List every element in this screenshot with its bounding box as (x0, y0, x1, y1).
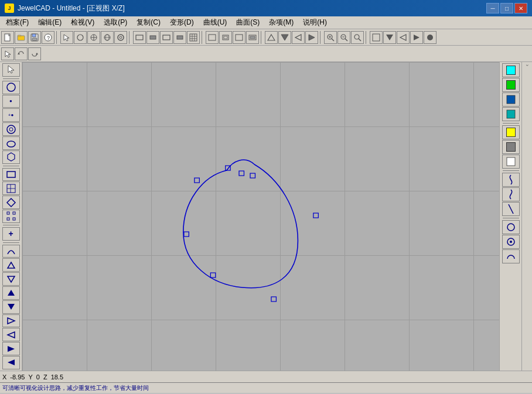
lt-solid-tri-2[interactable] (2, 300, 20, 314)
view-tool-5[interactable] (424, 31, 436, 44)
lt-hex[interactable] (2, 150, 20, 164)
lt-oval[interactable] (2, 136, 20, 150)
zoom-out[interactable] (337, 31, 350, 44)
svg-rect-2 (18, 35, 21, 36)
box-tool-1[interactable] (206, 31, 219, 44)
view-tool-3[interactable] (397, 31, 410, 44)
lt-plus[interactable]: + (2, 227, 20, 241)
menu-bar: 档案(F) 编辑(E) 检视(V) 选取(P) 复制(C) 变形(D) 曲线(U… (0, 16, 532, 29)
box-tool-4[interactable] (246, 31, 259, 44)
canvas-svg[interactable] (22, 62, 499, 371)
rt-color-green[interactable] (502, 78, 520, 92)
rt-curve-2[interactable] (502, 187, 520, 201)
svg-point-57 (9, 128, 13, 131)
lt-select[interactable] (2, 63, 20, 77)
rt-color-gray[interactable] (502, 140, 520, 154)
lt-rect-1[interactable] (2, 168, 20, 181)
lt-slant-2[interactable] (2, 328, 20, 341)
globe-tool[interactable] (101, 31, 114, 44)
select-arrow[interactable] (1, 47, 14, 60)
lt-point-1[interactable]: ● (2, 95, 20, 108)
rect-tool-2[interactable] (146, 31, 159, 44)
crosshair-tool[interactable] (87, 31, 100, 44)
status-bar: X -8.95 Y 0 Z 18.5 (0, 371, 532, 382)
rt-circle-2[interactable] (502, 235, 520, 249)
box-tool-3[interactable] (233, 31, 245, 44)
canvas-area[interactable] (22, 62, 499, 371)
maximize-button[interactable]: □ (500, 3, 513, 13)
rt-curve-1[interactable] (502, 173, 520, 187)
menu-transform[interactable]: 变形(D) (165, 16, 199, 29)
menu-view[interactable]: 检视(V) (66, 16, 99, 29)
lt-curve-1[interactable] (2, 81, 20, 94)
save-button[interactable] (28, 31, 41, 44)
bottom-text: 可清晰可视化设计思路，减少重复性工作，节省大量时间 (2, 384, 149, 392)
lt-solid-slant-1[interactable] (2, 342, 20, 355)
view-tool-4[interactable] (410, 31, 423, 44)
lt-ring[interactable] (2, 122, 20, 136)
svg-rect-4 (32, 34, 36, 37)
rect-tool-3[interactable] (160, 31, 173, 44)
rt-color-teal[interactable] (502, 107, 520, 121)
view-tool-1[interactable] (370, 31, 383, 44)
rect-tool-1[interactable] (133, 31, 146, 44)
side-arrow[interactable]: › (524, 64, 530, 66)
cp-7[interactable] (313, 213, 318, 218)
rt-line[interactable] (502, 202, 520, 216)
svg-marker-34 (281, 35, 288, 40)
view-tool-2[interactable] (383, 31, 396, 44)
lt-slant-1[interactable] (2, 314, 20, 328)
lt-solid-slant-2[interactable] (2, 356, 20, 369)
title-text: JewelCAD - Untitled - [正视图 X/Z] (18, 4, 125, 13)
menu-misc[interactable]: 杂项(M) (264, 16, 298, 29)
minimize-button[interactable]: ─ (486, 3, 499, 13)
lt-add-pt[interactable]: +● (2, 108, 20, 122)
new-button[interactable] (1, 31, 14, 44)
grid-tool[interactable] (187, 31, 200, 44)
rotate-cw[interactable] (28, 47, 41, 60)
svg-marker-48 (400, 35, 406, 40)
help-button[interactable]: ? (42, 31, 54, 44)
rt-color-blue[interactable] (502, 92, 520, 107)
rt-color-cyan[interactable] (502, 63, 520, 77)
lt-wave-2[interactable] (2, 272, 20, 286)
circle-select[interactable] (74, 31, 87, 44)
cp-5[interactable] (184, 232, 189, 237)
lt-cross-pts[interactable] (2, 210, 20, 223)
ring-tool[interactable] (114, 31, 127, 44)
triangle-up[interactable] (265, 31, 278, 44)
rt-color-yellow[interactable] (502, 125, 520, 139)
rt-arc[interactable] (502, 249, 520, 263)
menu-surface[interactable]: 曲面(S) (231, 16, 264, 29)
lt-arc-tool[interactable] (2, 245, 20, 258)
menu-curve[interactable]: 曲线(U) (199, 16, 232, 29)
triangle-right[interactable] (305, 31, 318, 44)
zoom-fit[interactable] (351, 31, 364, 44)
pointer-tool[interactable] (60, 31, 73, 44)
triangle-left[interactable] (292, 31, 305, 44)
rotate-ccw[interactable] (15, 47, 28, 60)
lt-solid-tri-1[interactable] (2, 286, 20, 300)
rt-circle-1[interactable] (502, 220, 520, 234)
menu-help[interactable]: 说明(H) (298, 16, 332, 29)
close-button[interactable]: ✕ (514, 3, 527, 13)
triangle-down[interactable] (278, 31, 291, 44)
menu-copy[interactable]: 复制(C) (132, 16, 165, 29)
rect-tool-4[interactable] (173, 31, 186, 44)
menu-file[interactable]: 档案(F) (1, 16, 33, 29)
lt-diamond[interactable] (2, 196, 20, 209)
title-bar-controls: ─ □ ✕ (486, 3, 527, 13)
cp-3[interactable] (250, 173, 255, 178)
cp-4[interactable] (195, 178, 199, 183)
zoom-in[interactable] (324, 31, 337, 44)
menu-select[interactable]: 选取(P) (99, 16, 132, 29)
lt-wave-1[interactable] (2, 258, 20, 272)
cp-2[interactable] (239, 171, 244, 176)
box-tool-2[interactable] (219, 31, 232, 44)
cp-6[interactable] (210, 273, 215, 277)
menu-edit[interactable]: 编辑(E) (33, 16, 66, 29)
cp-8[interactable] (271, 297, 276, 302)
open-button[interactable] (15, 31, 28, 44)
lt-grid[interactable] (2, 181, 20, 195)
rt-color-white[interactable] (502, 155, 520, 169)
